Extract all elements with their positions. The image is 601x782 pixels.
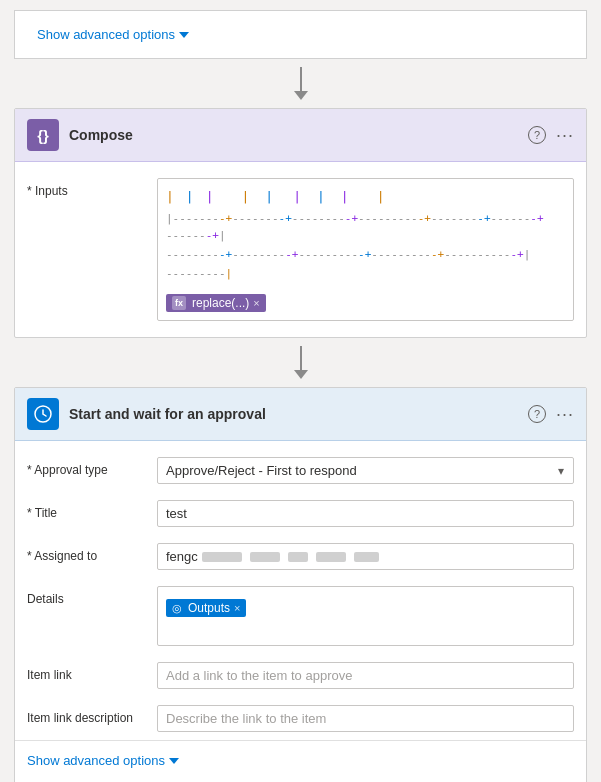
approval-title-row: * Title [15,492,586,535]
page-wrapper: Show advanced options {} Compose ? ··· *… [0,0,601,782]
compose-icon: {} [27,119,59,151]
assigned-to-row: * Assigned to fengc [15,535,586,578]
approval-more-icon[interactable]: ··· [556,405,574,423]
marker-3: | [206,187,214,208]
compose-form-body: * Inputs | | | [15,162,586,337]
assigned-blur-1 [202,552,242,562]
connector-line [300,67,302,91]
marker-1: | [166,187,174,208]
chevron-down-icon [179,32,189,38]
show-advanced-top-label: Show advanced options [37,27,175,42]
compose-inputs-control: | | | | | | [157,178,574,321]
assigned-to-label: * Assigned to [27,543,157,563]
details-label: Details [27,586,157,606]
compose-token-label: replace(...) [192,296,249,310]
code-line-1: | | | | | | [166,187,565,208]
assigned-blur-5 [354,552,379,562]
marker-2: | [186,187,194,208]
approval-card-header: Start and wait for an approval ? ··· [15,388,586,441]
code-line-dash-2: -------- -+ -------- -+ --------- -+ ---… [166,246,565,264]
approval-type-control: Approve/Reject - First to respond ▾ [157,457,574,484]
outputs-icon: ◎ [172,602,182,615]
compose-inputs-row: * Inputs | | | [15,170,586,329]
assigned-blur-3 [288,552,308,562]
approval-card-title: Start and wait for an approval [69,406,528,422]
assigned-to-control: fengc [157,543,574,570]
chevron-down-bottom-icon [169,758,179,764]
connector-arrow-icon [294,91,308,100]
show-advanced-bottom-label: Show advanced options [27,753,165,768]
fx-icon: fx [172,296,186,310]
approval-card-actions: ? ··· [528,405,574,423]
item-link-control [157,662,574,689]
approval-form-body: * Approval type Approve/Reject - First t… [15,441,586,782]
code-line-dash-3: --------- | [166,265,565,283]
compose-card-title: Compose [69,127,528,143]
approval-help-icon[interactable]: ? [528,405,546,423]
marker-6: | [293,187,301,208]
connector-2 [0,338,601,387]
approval-type-row: * Approval type Approve/Reject - First t… [15,449,586,492]
approval-svg-icon [33,404,53,424]
approval-type-select[interactable]: Approve/Reject - First to respond [157,457,574,484]
item-link-row: Item link [15,654,586,697]
compose-inputs-area[interactable]: | | | | | | [157,178,574,321]
approval-title-label: * Title [27,500,157,520]
outputs-token-label: Outputs [188,601,230,615]
connector-1 [0,59,601,108]
compose-card-actions: ? ··· [528,126,574,144]
compose-card: {} Compose ? ··· * Inputs | [14,108,587,338]
top-section: Show advanced options [14,10,587,59]
compose-icon-label: {} [37,127,49,144]
item-link-desc-label: Item link description [27,705,157,725]
item-link-desc-row: Item link description [15,697,586,740]
connector-arrow-2-icon [294,370,308,379]
assigned-blur-4 [316,552,346,562]
approval-type-select-wrapper: Approve/Reject - First to respond ▾ [157,457,574,484]
marker-5: | [265,187,273,208]
item-link-input[interactable] [157,662,574,689]
assigned-to-value: fengc [166,549,198,564]
approval-card: Start and wait for an approval ? ··· * A… [14,387,587,782]
compose-token: fx replace(...) × [166,290,565,312]
item-link-desc-control [157,705,574,732]
item-link-label: Item link [27,662,157,682]
approval-title-input[interactable] [157,500,574,527]
compose-token-pill: fx replace(...) × [166,294,266,312]
connector-line-2 [300,346,302,370]
marker-9: | [377,187,385,208]
show-advanced-top[interactable]: Show advanced options [25,19,201,50]
compose-help-icon[interactable]: ? [528,126,546,144]
item-link-desc-input[interactable] [157,705,574,732]
outputs-token-pill: ◎ Outputs × [166,599,246,617]
compose-inputs-label: * Inputs [27,178,157,198]
approval-icon [27,398,59,430]
approval-type-label: * Approval type [27,457,157,477]
marker-4: | [241,187,249,208]
assigned-to-input-wrapper[interactable]: fengc [157,543,574,570]
compose-token-close[interactable]: × [253,297,259,309]
details-area[interactable]: ◎ Outputs × [157,586,574,646]
code-line-dash-1: |------- -+ ------- -+ -------- -+ -----… [166,210,565,245]
code-lines: | | | | | | [166,187,565,282]
approval-title-control [157,500,574,527]
assigned-blur-2 [250,552,280,562]
bottom-advanced: Show advanced options [15,740,586,780]
outputs-token-close[interactable]: × [234,602,240,614]
details-row: Details ◎ Outputs × [15,578,586,654]
compose-more-icon[interactable]: ··· [556,126,574,144]
details-control: ◎ Outputs × [157,586,574,646]
compose-card-header: {} Compose ? ··· [15,109,586,162]
marker-8: | [341,187,349,208]
marker-7: | [317,187,325,208]
show-advanced-bottom[interactable]: Show advanced options [27,749,179,772]
